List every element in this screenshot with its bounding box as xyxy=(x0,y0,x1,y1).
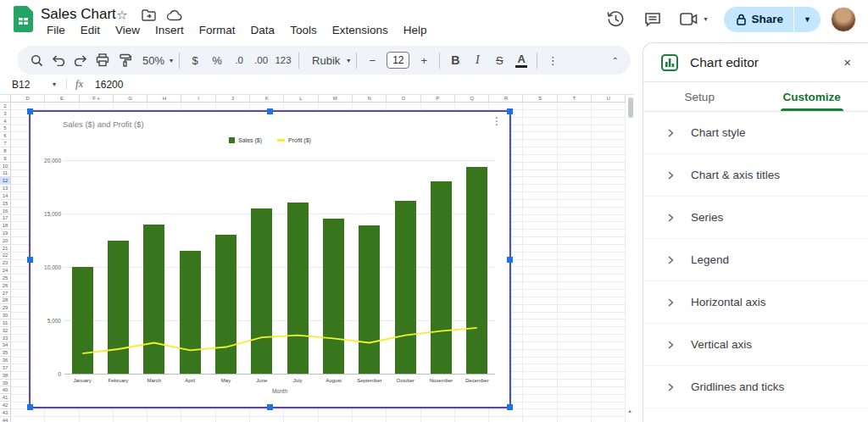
zoom-caret[interactable]: ▾ xyxy=(168,57,175,64)
redo-icon[interactable] xyxy=(70,49,92,71)
undo-icon[interactable] xyxy=(47,49,70,71)
decrease-decimal-button[interactable]: .0 xyxy=(228,49,250,71)
tab-customize[interactable]: Customize xyxy=(756,82,868,111)
row-header-19[interactable]: 19 xyxy=(0,230,11,237)
column-header-H[interactable]: H xyxy=(147,95,181,103)
format-currency-button[interactable]: $ xyxy=(184,49,206,71)
menu-item-insert[interactable]: Insert xyxy=(147,22,192,38)
column-header-K[interactable]: K xyxy=(250,95,284,103)
row-header-37[interactable]: 37 xyxy=(0,364,11,372)
bold-button[interactable]: B xyxy=(444,49,466,71)
section-chart-style[interactable]: Chart style xyxy=(643,112,868,154)
row-header-23[interactable]: 23 xyxy=(0,259,11,267)
select-all-corner[interactable] xyxy=(0,95,11,103)
row-header-31[interactable]: 31 xyxy=(0,319,11,327)
row-header-38[interactable]: 38 xyxy=(0,372,11,380)
selection-handle[interactable] xyxy=(27,404,33,410)
scrollbar-thumb[interactable] xyxy=(628,97,633,118)
sheets-logo[interactable] xyxy=(14,6,33,32)
column-header-M[interactable]: M xyxy=(319,95,353,103)
embedded-chart[interactable]: Sales ($) and Profit ($) ⋮ Sales ($)Prof… xyxy=(30,111,510,408)
row-header-4[interactable]: 4 xyxy=(0,118,11,125)
more-options-icon[interactable]: ⋮ xyxy=(542,49,564,71)
selection-handle[interactable] xyxy=(507,108,513,114)
selection-handle[interactable] xyxy=(27,257,33,263)
column-header-D[interactable]: D xyxy=(11,95,45,103)
row-header-36[interactable]: 36 xyxy=(0,357,11,364)
menu-item-tools[interactable]: Tools xyxy=(282,22,325,38)
row-header-20[interactable]: 20 xyxy=(0,237,11,245)
meet-dropdown-caret[interactable]: ▾ xyxy=(703,15,709,23)
vertical-scrollbar[interactable] xyxy=(628,97,633,420)
more-formats-button[interactable]: 123 xyxy=(272,49,294,71)
text-color-button[interactable]: A xyxy=(510,49,532,71)
row-header-14[interactable]: 14 xyxy=(0,192,11,200)
formula-input[interactable]: 16200 xyxy=(95,79,123,91)
row-header-43[interactable]: 43 xyxy=(0,409,11,417)
row-header-41[interactable]: 41 xyxy=(0,394,11,402)
share-dropdown-caret[interactable]: ▼ xyxy=(794,15,821,24)
row-header-42[interactable]: 42 xyxy=(0,402,11,409)
row-header-5[interactable]: 5 xyxy=(0,125,11,132)
selection-handle[interactable] xyxy=(507,257,513,263)
share-button[interactable]: Share ▼ xyxy=(724,7,821,32)
column-dropdown-caret[interactable]: ▾ xyxy=(97,97,99,101)
selection-handle[interactable] xyxy=(27,108,33,114)
row-header-7[interactable]: 7 xyxy=(0,140,11,147)
column-header-G[interactable]: G xyxy=(114,95,147,103)
row-header-6[interactable]: 6 xyxy=(0,132,11,140)
column-header-F[interactable]: F▾ xyxy=(80,95,114,103)
menu-item-edit[interactable]: Edit xyxy=(73,22,108,38)
row-header-24[interactable]: 24 xyxy=(0,267,11,275)
menu-item-format[interactable]: Format xyxy=(192,22,243,38)
section-gridlines-and-ticks[interactable]: Gridlines and ticks xyxy=(643,366,868,408)
row-header-2[interactable]: 2 xyxy=(0,103,11,110)
collapse-toolbar-icon[interactable]: ⌃ xyxy=(612,56,619,65)
row-header-12[interactable]: 12 xyxy=(0,177,11,185)
meet-video-icon[interactable] xyxy=(679,9,699,30)
row-header-40[interactable]: 40 xyxy=(0,386,11,394)
spreadsheet-grid[interactable]: DEF▾GHIJKLMNOPQRSTU 23456789101112131415… xyxy=(0,95,634,422)
strikethrough-button[interactable]: S xyxy=(488,49,510,71)
column-header-P[interactable]: P xyxy=(421,95,455,103)
menu-item-data[interactable]: Data xyxy=(243,22,283,38)
column-header-N[interactable]: N xyxy=(353,95,387,103)
row-header-11[interactable]: 11 xyxy=(0,169,11,177)
section-horizontal-axis[interactable]: Horizontal axis xyxy=(643,281,868,324)
column-header-Q[interactable]: Q xyxy=(455,95,489,103)
row-header-34[interactable]: 34 xyxy=(0,342,11,350)
row-header-35[interactable]: 35 xyxy=(0,349,11,357)
column-header-E[interactable]: E xyxy=(45,95,79,103)
row-header-13[interactable]: 13 xyxy=(0,185,11,192)
row-header-33[interactable]: 33 xyxy=(0,335,11,342)
column-header-O[interactable]: O xyxy=(387,95,420,103)
column-header-J[interactable]: J xyxy=(216,95,250,103)
row-header-44[interactable]: 44 xyxy=(0,417,11,422)
row-header-28[interactable]: 28 xyxy=(0,297,11,305)
row-header-30[interactable]: 30 xyxy=(0,312,11,319)
search-icon[interactable] xyxy=(25,49,47,71)
font-size-input[interactable]: 12 xyxy=(387,52,409,69)
comments-icon[interactable] xyxy=(643,9,663,30)
column-header-L[interactable]: L xyxy=(284,95,318,103)
tab-setup[interactable]: Setup xyxy=(643,82,756,111)
selection-handle[interactable] xyxy=(267,108,273,114)
section-vertical-axis[interactable]: Vertical axis xyxy=(643,324,868,366)
name-box[interactable]: B12 ▾ xyxy=(0,79,61,91)
section-legend[interactable]: Legend xyxy=(643,239,868,281)
name-box-caret[interactable]: ▾ xyxy=(53,81,61,88)
document-title[interactable]: Sales Chart xyxy=(41,6,116,23)
format-percent-button[interactable]: % xyxy=(206,49,228,71)
account-avatar[interactable] xyxy=(831,7,856,32)
row-header-22[interactable]: 22 xyxy=(0,253,11,260)
zoom-level[interactable]: 50% xyxy=(136,54,168,67)
increase-font-size-button[interactable]: + xyxy=(413,49,435,71)
row-header-10[interactable]: 10 xyxy=(0,163,11,170)
column-header-T[interactable]: T xyxy=(558,95,592,103)
selection-handle[interactable] xyxy=(507,404,513,410)
font-family-select[interactable]: Rubik xyxy=(303,54,345,67)
section-chart-axis-titles[interactable]: Chart & axis titles xyxy=(643,154,868,197)
menu-item-file[interactable]: File xyxy=(39,22,73,38)
row-header-29[interactable]: 29 xyxy=(0,304,11,312)
column-header-S[interactable]: S xyxy=(523,95,557,103)
